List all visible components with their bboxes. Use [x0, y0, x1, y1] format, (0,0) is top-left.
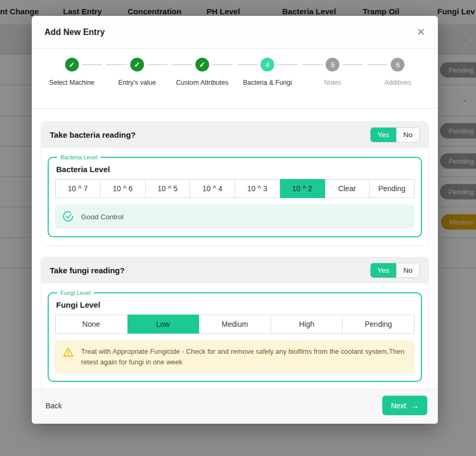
step-number: 4	[261, 58, 274, 71]
bacteria-option-10-5[interactable]: 10 ^ 5	[146, 179, 191, 198]
next-button-label: Next	[391, 401, 406, 410]
step-label: Notes	[324, 78, 342, 88]
bacteria-status-text: Good Control	[81, 213, 123, 221]
bacteria-yes-button[interactable]: Yes	[371, 128, 396, 142]
stepper-step-notes: 5Notes	[300, 49, 365, 108]
stepper-step-bacteria-fungi[interactable]: 4Bacteria & Fungi	[235, 49, 300, 108]
fungi-option-pending[interactable]: Pending	[343, 315, 415, 334]
bacteria-level-legend: Bacteria Level	[57, 154, 101, 160]
stepper-step-entry-s-value[interactable]: ✓Entry's value	[104, 49, 169, 108]
stepper-step-custom-attributes[interactable]: ✓Custom Attributes	[169, 49, 235, 108]
step-check-icon: ✓	[195, 58, 209, 71]
warning-triangle-icon	[62, 346, 74, 358]
bacteria-status-alert: Good Control	[55, 204, 415, 229]
step-label: Custom Attributes	[176, 78, 229, 88]
wizard-stepper: ✓Select Machine✓Entry's value✓Custom Att…	[32, 49, 438, 109]
fungi-question-label: Take fungi reading?	[50, 266, 124, 275]
bacteria-level-fieldset: Bacteria Level Bacteria Level 10 ^ 710 ^…	[48, 154, 422, 237]
bacteria-option-10-6[interactable]: 10 ^ 6	[101, 179, 146, 198]
add-entry-modal: Add New Entry ✕ ✓Select Machine✓Entry's …	[32, 16, 438, 424]
back-button[interactable]: Back	[42, 397, 65, 414]
bacteria-option-10-7[interactable]: 10 ^ 7	[55, 179, 101, 198]
fungi-option-high[interactable]: High	[271, 315, 343, 334]
stepper-step-additives: 6Additives	[365, 49, 430, 108]
bacteria-level-options: 10 ^ 710 ^ 610 ^ 510 ^ 410 ^ 310 ^ 2Clea…	[55, 179, 415, 198]
fungi-warning-alert: Treat with Appropriate Fungicide - Check…	[55, 340, 415, 373]
bacteria-option-10-4[interactable]: 10 ^ 4	[190, 179, 235, 198]
step-number: 6	[391, 58, 405, 71]
fungi-yes-no-toggle: Yes No	[370, 263, 420, 278]
check-circle-icon	[62, 211, 74, 222]
modal-header: Add New Entry ✕	[32, 16, 438, 49]
step-number: 5	[326, 58, 339, 71]
fungi-option-none[interactable]: None	[55, 315, 128, 334]
bacteria-section: Take bacteria reading? Yes No Bacteria L…	[41, 121, 429, 246]
bacteria-option-pending[interactable]: Pending	[370, 179, 415, 198]
fungi-level-fieldset: Fungi Level Fungi Level NoneLowMediumHig…	[48, 290, 422, 382]
fungi-no-button[interactable]: No	[396, 263, 419, 278]
fungi-level-legend: Fungi Level	[57, 290, 94, 296]
fungi-section: Take fungi reading? Yes No Fungi Level F…	[41, 257, 429, 389]
step-label: Bacteria & Fungi	[243, 78, 292, 88]
stepper-step-select-machine[interactable]: ✓Select Machine	[39, 49, 104, 108]
bacteria-no-button[interactable]: No	[396, 128, 419, 142]
fungi-yes-button[interactable]: Yes	[371, 263, 396, 278]
bacteria-level-heading: Bacteria Level	[56, 165, 414, 174]
bacteria-option-clear[interactable]: Clear	[325, 179, 370, 198]
modal-title: Add New Entry	[44, 28, 105, 37]
arrow-right-icon: →	[411, 401, 419, 410]
next-button[interactable]: Next →	[382, 396, 427, 415]
fungi-question-band: Take fungi reading? Yes No	[41, 257, 428, 283]
bacteria-yes-no-toggle: Yes No	[370, 127, 420, 142]
step-check-icon: ✓	[65, 58, 79, 71]
bacteria-question-band: Take bacteria reading? Yes No	[41, 122, 428, 148]
fungi-level-heading: Fungi Level	[56, 300, 414, 309]
close-icon[interactable]: ✕	[417, 27, 425, 37]
fungi-option-low[interactable]: Low	[128, 315, 200, 334]
fungi-option-medium[interactable]: Medium	[199, 315, 271, 334]
step-label: Select Machine	[49, 78, 94, 88]
step-label: Additives	[384, 78, 411, 88]
bacteria-option-10-3[interactable]: 10 ^ 3	[235, 179, 280, 198]
modal-footer: Back Next →	[32, 389, 438, 424]
modal-body: Take bacteria reading? Yes No Bacteria L…	[32, 109, 438, 389]
step-check-icon: ✓	[130, 58, 144, 71]
fungi-warning-text: Treat with Appropriate Fungicide - Check…	[81, 346, 407, 367]
fungi-level-options: NoneLowMediumHighPending	[55, 315, 415, 334]
bacteria-question-label: Take bacteria reading?	[50, 130, 136, 139]
step-label: Entry's value	[118, 78, 156, 88]
bacteria-option-10-2[interactable]: 10 ^ 2	[280, 179, 325, 198]
